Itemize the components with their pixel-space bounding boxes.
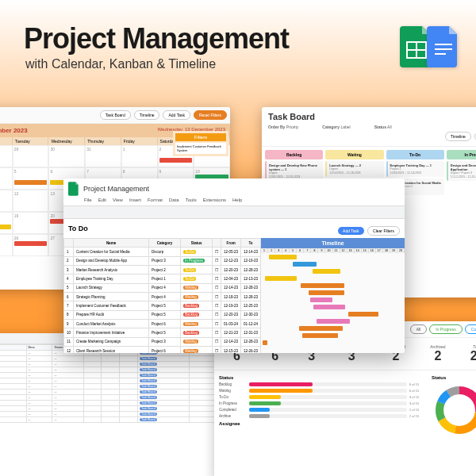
timeline-bar[interactable] xyxy=(313,269,340,274)
kanban-column-header: Waiting xyxy=(325,150,383,159)
status-bars-title: Status xyxy=(219,375,424,380)
calendar-event[interactable] xyxy=(0,225,11,229)
svg-rect-5 xyxy=(435,53,446,55)
day-header: Monday xyxy=(0,137,13,145)
page-title: Project Management xyxy=(24,22,452,56)
category-value[interactable]: Label xyxy=(340,125,350,129)
calendar-cell[interactable]: 25 xyxy=(0,234,13,256)
task-board-button[interactable]: Task Board xyxy=(100,110,131,120)
svg-rect-3 xyxy=(435,44,452,45)
menu-item[interactable]: Tools xyxy=(186,198,197,202)
timeline-bar[interactable] xyxy=(302,333,338,338)
timeline-bar[interactable] xyxy=(348,312,378,317)
menu-item[interactable]: Help xyxy=(232,198,242,202)
calendar-cell[interactable]: 18 xyxy=(0,212,13,234)
timeline-bar[interactable] xyxy=(309,290,344,295)
calendar-cell[interactable]: 1 xyxy=(121,145,158,167)
kanban-task[interactable]: Design and Develop Mobile ApplicationUrg… xyxy=(447,161,476,181)
status-bar-row: Backlog6 of 15 xyxy=(219,382,424,386)
timeline-button[interactable]: Timeline xyxy=(134,110,160,120)
timeline-bar[interactable] xyxy=(265,276,297,281)
kanban-column-header: To-Do xyxy=(386,150,444,159)
status-donut-chart xyxy=(432,382,476,438)
sheet-heading: To Do xyxy=(68,225,88,232)
assignee-title: Assignee xyxy=(219,421,424,426)
menu-item[interactable]: Edit xyxy=(98,198,106,202)
kanban-column-header: Backlog xyxy=(265,150,323,159)
table-row[interactable]: 11Create Marketing CampaignProject 3Wait… xyxy=(64,337,261,346)
kanban-task[interactable]: Launch Strategy — 2Urgent12/14/2023 – 12… xyxy=(325,161,383,177)
docs-icon xyxy=(427,26,460,67)
timeline-title: Timeline xyxy=(261,238,405,248)
add-task-button[interactable]: Add Task xyxy=(338,227,363,235)
calendar-cell[interactable]: 11 xyxy=(0,190,13,212)
calendar-cell[interactable]: 19 xyxy=(13,212,49,234)
page-subtitle: with Calendar, Kanban & Timeline xyxy=(25,57,452,71)
timeline-bar[interactable] xyxy=(317,319,350,324)
main-spreadsheet: Project Management FileEditViewInsertFor… xyxy=(63,178,405,353)
menu-item[interactable]: Data xyxy=(169,198,179,202)
app-icons xyxy=(400,12,460,71)
document-filename[interactable]: Project Management xyxy=(83,185,149,193)
status-bar-row: Archive2 of 15 xyxy=(219,414,424,418)
clear-filters-button[interactable]: Clear Filters xyxy=(367,226,400,236)
calendar-event[interactable] xyxy=(159,158,193,163)
count-item: Archived2 xyxy=(430,344,445,363)
table-row[interactable]: 9Conduct Market AnalysisProject 6Waiting… xyxy=(64,320,261,328)
table-row[interactable]: 2Design and Develop Mobile AppProject 3I… xyxy=(64,256,261,265)
table-row[interactable]: 1Content Creation for Social MediaDiscor… xyxy=(64,248,261,256)
calendar-event[interactable] xyxy=(14,241,48,246)
calendar-month: December 2023 xyxy=(0,127,28,134)
timeline-bar[interactable] xyxy=(293,262,317,267)
timeline-bar[interactable] xyxy=(299,326,343,331)
table-row[interactable]: 8Prepare HR AuditProject 5Backlog☐12-20-… xyxy=(64,310,261,319)
timeline-button[interactable]: Timeline xyxy=(445,132,471,141)
table-row[interactable]: 3Market Research AnalysisProject 2To-Do☐… xyxy=(64,266,261,274)
timeline-bar[interactable] xyxy=(310,298,332,302)
calendar-cell[interactable]: 30 xyxy=(48,145,85,167)
calendar-cell[interactable]: 28 xyxy=(0,145,13,167)
timeline-bar[interactable] xyxy=(263,340,267,345)
calendar-cell[interactable]: 29 xyxy=(13,145,49,167)
calendar-cell[interactable]: 26 xyxy=(13,234,49,256)
formatting-toolbar[interactable] xyxy=(63,206,405,219)
timeline-bar[interactable] xyxy=(269,255,297,259)
kanban-column: In ProgressDesign and Develop Mobile App… xyxy=(447,150,476,207)
timeline-bar[interactable] xyxy=(301,283,344,288)
add-task-button[interactable]: Add Task xyxy=(163,110,190,120)
menu-item[interactable]: File xyxy=(84,198,92,202)
filter-inprogress-button[interactable]: In Progress xyxy=(429,324,463,334)
calendar-cell[interactable]: 31 xyxy=(85,145,121,167)
kanban-task[interactable]: Employee Training Day — 1Project 112/04/… xyxy=(386,161,444,177)
calendar-cell[interactable]: 4 xyxy=(0,167,13,190)
day-header: Friday xyxy=(121,137,158,145)
day-header: Wednesday xyxy=(48,137,85,145)
donut-title: Status xyxy=(432,375,476,380)
table-row[interactable]: 12Client Research SessionProject 6Waitin… xyxy=(64,347,261,353)
filter-event[interactable]: Implement Customer Feedback System xyxy=(175,143,226,154)
calendar-cell[interactable]: 5 xyxy=(13,167,49,190)
order-by-value[interactable]: Priority xyxy=(286,125,299,129)
menu-item[interactable]: Extensions xyxy=(203,198,226,202)
table-row[interactable]: 7Implement Customer FeedbackProject 5Bac… xyxy=(64,301,261,310)
table-row[interactable]: 5Launch StrategyProject 4Waiting☐12-14-2… xyxy=(64,283,261,292)
calendar-event[interactable] xyxy=(14,180,48,185)
calendar-cell[interactable]: 12 xyxy=(13,190,49,212)
reset-filters-button[interactable]: Reset Filters xyxy=(194,110,227,120)
table-row[interactable]: 10Finance Improvement InitiativeProject … xyxy=(64,328,261,337)
menu-item[interactable]: View xyxy=(113,198,123,202)
day-header: Tuesday xyxy=(13,137,49,145)
svg-rect-4 xyxy=(435,48,452,50)
filter-completed-button[interactable]: Completed xyxy=(465,324,476,334)
filter-all-button[interactable]: All xyxy=(410,324,428,334)
timeline-bar[interactable] xyxy=(313,305,345,309)
menu-item[interactable]: Insert xyxy=(129,198,141,202)
status-bar-row: Waiting6 of 15 xyxy=(219,389,424,393)
menu-item[interactable]: Format xyxy=(148,198,163,202)
table-row[interactable]: 6Strategic PlanningProject 4Waiting☐12-1… xyxy=(64,293,261,301)
order-by-label: Order By xyxy=(268,125,285,129)
kanban-title: Task Board xyxy=(268,112,476,121)
status-value[interactable]: All xyxy=(387,125,392,129)
data-table-view: TaskDescOwnerP1P2P3StatusStartEnd1Task i… xyxy=(0,333,238,476)
table-row[interactable]: 4Employee Training DayProject 1To-Do☐12-… xyxy=(64,274,261,283)
